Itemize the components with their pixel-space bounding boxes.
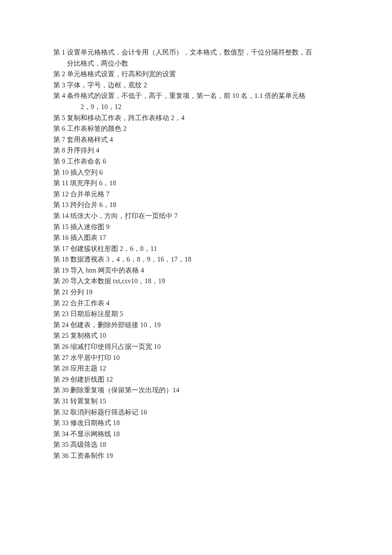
text-line: 第 20 导入文本数据 txt,csv10，18，19 — [53, 276, 339, 287]
text-line: 第 8 升序排列 4 — [53, 145, 339, 156]
document-body: 第 1 设置单元格格式，会计专用（人民币），文本格式，数值型，千位分隔符整数，百… — [53, 47, 339, 461]
text-line: 第 11 填充序列 6，18 — [53, 178, 339, 189]
text-line: 第 27 水平居中打印 10 — [53, 352, 339, 363]
text-line: 第 15 插入迷你图 9 — [53, 221, 339, 233]
text-line: 第 12 合并单元格 7 — [53, 189, 339, 200]
text-line: 第 36 工资条制作 19 — [53, 450, 339, 461]
text-line: 第 23 日期后标注星期 5 — [53, 308, 339, 319]
text-line: 第 7 套用表格样式 4 — [53, 134, 339, 145]
text-line: 第 18 数据透视表 3，4，6，8，9，16，17，18 — [53, 254, 339, 265]
text-line: 第 10 插入空列 6 — [53, 167, 339, 178]
text-line: 第 22 合并工作表 4 — [53, 298, 339, 309]
text-line: 第 30 删除重复项（保留第一次出现的）14 — [53, 385, 339, 396]
text-line: 第 9 工作表命名 6 — [53, 156, 339, 167]
text-line: 第 26 缩减打印使得只占据一页宽 10 — [53, 341, 339, 352]
text-line: 第 33 修改日期格式 18 — [53, 417, 339, 428]
text-line: 第 4 条件格式的设置，不低于，高于，重复项，第一名，前 10 名，1.1 倍的… — [53, 90, 339, 101]
text-line: 第 29 创建折线图 12 — [53, 374, 339, 385]
text-line: 第 31 转置复制 15 — [53, 396, 339, 407]
text-line: 第 2 单元格格式设置，行高和列宽的设置 — [53, 69, 339, 80]
text-line: 第 35 高级筛选 18 — [53, 439, 339, 450]
text-line: 第 21 分列 19 — [53, 287, 339, 298]
text-line: 第 19 导入 htm 网页中的表格 4 — [53, 265, 339, 276]
text-line: 第 6 工作表标签的颜色 2 — [53, 123, 339, 134]
text-line: 第 13 跨列合并 6，18 — [53, 199, 339, 210]
text-line: 第 28 应用主题 12 — [53, 363, 339, 374]
text-line: 第 24 创建表，删除外部链接 10，19 — [53, 319, 339, 331]
text-line: 第 25 复制格式 10 — [53, 330, 339, 341]
text-line: 第 14 纸张大小，方向，打印在一页纸中 7 — [53, 210, 339, 221]
text-line: 分比格式，两位小数 — [53, 58, 339, 69]
text-line: 第 16 插入图表 17 — [53, 232, 339, 243]
text-line: 第 5 复制和移动工作表，跨工作表移动 2，4 — [53, 112, 339, 124]
text-line: 第 32 取消列标题行筛选标记 16 — [53, 407, 339, 418]
text-line: 第 1 设置单元格格式，会计专用（人民币），文本格式，数值型，千位分隔符整数，百 — [53, 47, 339, 58]
text-line: 第 34 不显示网格线 18 — [53, 428, 339, 440]
text-line: 第 17 创建簇状柱形图 2，6，8，11 — [53, 243, 339, 254]
text-line: 第 3 字体，字号，边框，底纹 2 — [53, 80, 339, 91]
text-line: 2，9，10，12 — [53, 101, 339, 112]
